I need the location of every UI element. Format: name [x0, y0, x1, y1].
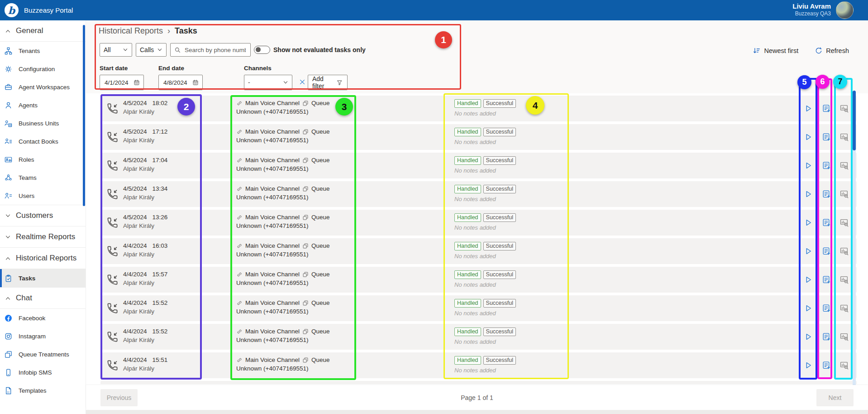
- start-date-input[interactable]: [104, 79, 134, 87]
- add-note-button[interactable]: [819, 216, 833, 229]
- list-scrollbar-thumb[interactable]: [853, 91, 856, 150]
- play-icon: [803, 104, 813, 113]
- task-row[interactable]: 4/5/202413:34 Alpár Király Main Voice Ch…: [100, 181, 857, 207]
- sidebar-item-facebook[interactable]: Facebook: [0, 309, 86, 327]
- user-info[interactable]: Liviu Avram Buzzeasy QA3: [792, 2, 831, 18]
- task-type-select[interactable]: All: [100, 43, 132, 57]
- play-recording-button[interactable]: [801, 216, 815, 229]
- sidebar-section-header[interactable]: Realtime Reports: [0, 226, 86, 247]
- sidebar-item-agent-workspaces[interactable]: Agent Workspaces: [0, 78, 86, 96]
- teams-icon: [4, 173, 13, 182]
- sidebar-scrollbar-thumb[interactable]: [83, 25, 85, 206]
- task-row[interactable]: 4/5/202413:26 Alpár Király Main Voice Ch…: [100, 210, 857, 236]
- task-row[interactable]: 4/5/202417:12 Alpár Király Main Voice Ch…: [100, 124, 857, 150]
- sidebar-section-header[interactable]: Chat: [0, 287, 86, 309]
- status-badge-successful: Successful: [483, 356, 516, 365]
- task-contact: Unknown (+40747169551): [236, 165, 330, 172]
- sidebar-item-configuration[interactable]: Configuration: [0, 60, 86, 78]
- sidebar-item-roles[interactable]: Roles: [0, 150, 86, 168]
- user-avatar[interactable]: [836, 1, 854, 19]
- channels-filter-select[interactable]: -: [244, 75, 292, 90]
- play-recording-button[interactable]: [801, 273, 815, 286]
- sort-button[interactable]: Newest first: [750, 46, 801, 55]
- task-row[interactable]: 4/5/202418:02 Alpár Király Main Voice Ch…: [100, 96, 857, 121]
- play-recording-button[interactable]: [801, 159, 815, 172]
- add-note-button[interactable]: [819, 301, 833, 315]
- sidebar-section-label: Realtime Reports: [16, 232, 75, 241]
- task-row[interactable]: 4/5/202417:04 Alpár Király Main Voice Ch…: [100, 153, 857, 178]
- evaluation-button[interactable]: [837, 159, 851, 172]
- play-recording-button[interactable]: [801, 358, 815, 372]
- not-evaluated-toggle[interactable]: [254, 46, 270, 54]
- task-row[interactable]: Main Voice Channel Queue Handled Success…: [100, 381, 857, 384]
- sidebar-item-users[interactable]: Users: [0, 187, 86, 205]
- evaluation-button[interactable]: [837, 358, 851, 372]
- play-icon: [803, 361, 813, 370]
- evaluation-button[interactable]: [837, 216, 851, 229]
- sidebar-item-business-units[interactable]: Business Units: [0, 114, 86, 132]
- play-recording-button[interactable]: [801, 187, 815, 201]
- evaluation-button[interactable]: [837, 244, 851, 258]
- evaluation-button[interactable]: [837, 273, 851, 286]
- play-recording-button[interactable]: [801, 301, 815, 315]
- app-header: b Buzzeasy Portal Liviu Avram Buzzeasy Q…: [0, 0, 868, 20]
- task-row[interactable]: 4/4/202415:51 Alpár Király Main Voice Ch…: [100, 352, 857, 378]
- sidebar-item-label: Tenants: [19, 48, 40, 54]
- calendar-icon[interactable]: [192, 79, 199, 86]
- buzzeasy-logo[interactable]: b: [5, 3, 19, 17]
- add-filter-label: Add filter: [312, 75, 336, 90]
- breadcrumb-parent[interactable]: Historical Reports: [99, 26, 163, 35]
- task-row[interactable]: 4/4/202415:52 Alpár Király Main Voice Ch…: [100, 295, 857, 321]
- task-row[interactable]: 4/4/202415:52 Alpár Király Main Voice Ch…: [100, 324, 857, 350]
- phone-incoming-icon: [106, 217, 119, 229]
- calendar-icon[interactable]: [134, 79, 140, 86]
- add-filter-button[interactable]: Add filter: [308, 75, 348, 90]
- add-note-button[interactable]: [819, 159, 833, 172]
- sidebar-item-agents[interactable]: Agents: [0, 96, 86, 114]
- play-recording-button[interactable]: [801, 130, 815, 144]
- refresh-button[interactable]: Refresh: [812, 46, 852, 55]
- task-status-cell: Handled Successful No notes added: [454, 99, 516, 117]
- sidebar-section-header[interactable]: Historical Reports: [0, 247, 86, 269]
- evaluation-button[interactable]: [837, 101, 851, 115]
- add-note-button[interactable]: [819, 358, 833, 372]
- status-badge-handled: Handled: [454, 128, 481, 136]
- task-row[interactable]: 4/4/202416:03 Alpár Király Main Voice Ch…: [100, 238, 857, 264]
- sidebar-item-templates[interactable]: Templates: [0, 381, 86, 400]
- task-row[interactable]: 4/4/202415:57 Alpár Király Main Voice Ch…: [100, 267, 857, 293]
- sidebar-section-header[interactable]: General: [0, 20, 86, 42]
- add-note-button[interactable]: [819, 101, 833, 115]
- phone-incoming-icon: [106, 245, 119, 257]
- sidebar-item-queue-treatments[interactable]: Queue Treatments: [0, 345, 86, 363]
- add-note-button[interactable]: [819, 273, 833, 286]
- queue-icon: [302, 100, 309, 106]
- play-recording-button[interactable]: [801, 101, 815, 115]
- sidebar-item-tenants[interactable]: Tenants: [0, 42, 86, 60]
- sidebar-item-infobip-sms[interactable]: Infobip SMS: [0, 363, 86, 381]
- evaluation-button[interactable]: [837, 130, 851, 144]
- evaluation-button[interactable]: [837, 301, 851, 315]
- sidebar-item-instagram[interactable]: Instagram: [0, 327, 86, 345]
- search-input[interactable]: [184, 46, 247, 54]
- sidebar-item-teams[interactable]: Teams: [0, 168, 86, 187]
- evaluation-button[interactable]: [837, 330, 851, 343]
- play-recording-button[interactable]: [801, 244, 815, 258]
- add-note-button[interactable]: [819, 330, 833, 343]
- sidebar-section-header[interactable]: Customers: [0, 205, 86, 226]
- clear-channels-button[interactable]: [297, 77, 308, 88]
- chevron-up-icon: [5, 255, 11, 261]
- status-badge-handled: Handled: [454, 299, 481, 308]
- sidebar-item-tasks[interactable]: Tasks: [0, 269, 86, 287]
- previous-page-button[interactable]: Previous: [100, 389, 138, 406]
- next-page-button[interactable]: Next: [816, 389, 854, 406]
- add-note-button[interactable]: [819, 244, 833, 258]
- evaluation-button[interactable]: [837, 187, 851, 201]
- play-recording-button[interactable]: [801, 330, 815, 343]
- add-note-button[interactable]: [819, 130, 833, 144]
- sidebar-item-contact-books[interactable]: Contact Books: [0, 132, 86, 150]
- media-type-select[interactable]: Calls: [136, 43, 167, 57]
- breadcrumb: Historical Reports›Tasks: [99, 26, 197, 36]
- add-note-button[interactable]: [819, 187, 833, 201]
- end-date-input[interactable]: [162, 79, 192, 87]
- task-queue-label: Queue: [311, 299, 330, 306]
